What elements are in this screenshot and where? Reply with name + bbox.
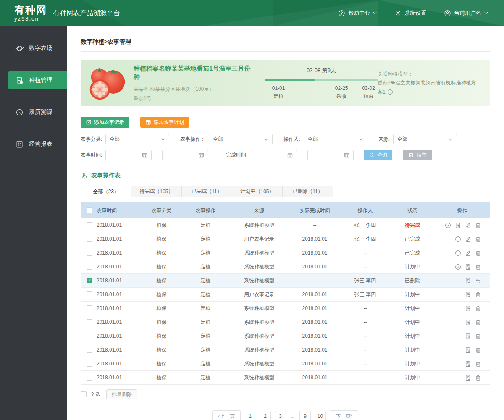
page-number-1[interactable]: 1 <box>244 411 256 420</box>
tab-label: 全部 <box>93 188 103 195</box>
batch-delete-button[interactable]: 批量删除 <box>106 389 137 399</box>
file-view-icon[interactable] <box>465 319 471 326</box>
file-view-icon[interactable] <box>465 375 471 381</box>
ellipsis-circle-icon[interactable] <box>455 250 461 256</box>
delete-icon[interactable] <box>475 250 481 256</box>
delete-icon[interactable] <box>475 222 481 228</box>
cell-source: 系统种植模型 <box>230 346 289 354</box>
row-checkbox[interactable] <box>87 333 92 339</box>
related-model: 关联种植模型： 番茄1号温室大棚河北河南省有机标准种植方案1 <box>378 70 480 97</box>
select-all-checkbox[interactable] <box>81 391 87 397</box>
header-menu-help[interactable]: 帮助中心 <box>338 9 377 17</box>
filter-select-source[interactable]: 全部 <box>393 134 457 144</box>
check-circle-icon[interactable] <box>455 264 461 270</box>
cell-status: 计划中 <box>389 346 436 354</box>
row-checkbox[interactable] <box>87 222 92 228</box>
file-view-icon[interactable] <box>465 305 471 312</box>
cell-date: 2018.01.01 <box>97 264 122 270</box>
delete-icon[interactable] <box>475 236 481 242</box>
filter-group-source: 来源:全部 <box>378 134 457 144</box>
filter-select-operator[interactable]: 全部 <box>304 134 368 144</box>
sidebar-item-trace-history[interactable]: 履历溯源 <box>0 103 67 121</box>
delete-icon[interactable] <box>475 333 481 339</box>
add-record-button[interactable]: 添加农事记录 <box>81 117 129 128</box>
work-time-end-input[interactable] <box>162 150 208 160</box>
tab-已删除[interactable]: 已删除（11） <box>282 186 333 197</box>
main-content: 数字种植>农事管理 <box>67 26 504 420</box>
cell-operator: 张三 李四 <box>341 277 389 284</box>
page-number-3[interactable]: 3 <box>275 411 286 420</box>
row-checkbox[interactable] <box>87 347 92 353</box>
trace-icon <box>15 108 24 117</box>
add-plan-button[interactable]: 添加农事计划 <box>140 117 189 128</box>
prev-page-button[interactable]: ‹上一页 <box>212 410 241 420</box>
delete-icon[interactable] <box>475 375 481 381</box>
table-row: 2018.01.01 植保 定植 系统种植模型 2018.01.01 -- 计划… <box>81 343 490 357</box>
work-time-start-input[interactable] <box>105 150 152 160</box>
edit-icon[interactable] <box>465 236 471 242</box>
row-checkbox[interactable] <box>87 291 92 297</box>
row-checkbox[interactable] <box>87 305 92 311</box>
tab-已完成[interactable]: 已完成（11） <box>181 186 232 197</box>
sidebar-item-digital-farm[interactable]: 数字农场 <box>0 39 67 58</box>
delete-icon[interactable] <box>475 347 481 353</box>
tab-全部[interactable]: 全部（23） <box>81 186 131 197</box>
app-header: 有种网 yz98.cn 有种网农产品溯源平台 帮助中心系统设置当前用户名 <box>0 0 504 26</box>
filter-group-operator: 操作人:全部 <box>284 134 367 144</box>
file-view-icon[interactable] <box>465 333 471 339</box>
cell-operator: -- <box>341 347 389 353</box>
header-menu-settings[interactable]: 系统设置 <box>394 9 426 17</box>
edit-icon[interactable] <box>465 250 471 256</box>
row-checkbox[interactable] <box>87 264 92 270</box>
page-number-2[interactable]: 2 <box>260 411 271 420</box>
filter-label: 来源: <box>378 136 390 143</box>
filter-select-category[interactable]: 全部 <box>105 134 169 144</box>
delete-icon[interactable] <box>475 319 481 326</box>
delete-icon[interactable] <box>475 291 481 298</box>
tab-待完成[interactable]: 待完成（105） <box>131 186 182 197</box>
file-view-icon[interactable] <box>465 291 471 298</box>
check-circle-icon[interactable] <box>445 222 451 228</box>
delete-icon[interactable] <box>475 264 481 270</box>
delete-icon[interactable] <box>475 361 481 367</box>
file-view-icon[interactable] <box>455 222 461 228</box>
edit-icon[interactable] <box>465 222 471 228</box>
page-number-9[interactable]: 9 <box>299 411 311 420</box>
range-separator: – <box>155 152 158 158</box>
ellipsis-circle-icon[interactable] <box>455 236 461 242</box>
table-row: 2018.01.01 植保 定植 用户农事记录 2018.01.01 张三 李四… <box>81 232 490 246</box>
row-checkbox[interactable] <box>87 250 92 256</box>
tab-paren: ） <box>168 188 173 195</box>
header-checkbox[interactable] <box>87 207 92 213</box>
next-page-button[interactable]: 下一页› <box>330 410 358 420</box>
header-menu-user[interactable]: 当前用户名 <box>444 9 488 17</box>
file-view-icon[interactable] <box>465 361 471 367</box>
milestone-label: 采收 <box>335 92 348 100</box>
file-view-icon[interactable] <box>465 264 471 270</box>
finish-time-end-input[interactable] <box>307 150 354 160</box>
query-button[interactable]: 查询 <box>364 150 392 160</box>
finish-time-label: 完成时间: <box>226 152 247 159</box>
row-checkbox[interactable] <box>87 278 92 284</box>
file-view-icon[interactable] <box>465 278 471 284</box>
milestone-date: 01-01 <box>272 84 285 92</box>
row-checkbox[interactable] <box>87 236 92 242</box>
cell-operator: -- <box>341 250 389 256</box>
more-icon[interactable] <box>387 89 393 95</box>
finish-time-start-input[interactable] <box>251 150 297 160</box>
tab-计划中[interactable]: 计划中（105） <box>232 186 283 197</box>
cell-operation: 定植 <box>181 305 230 312</box>
undo-icon[interactable] <box>475 278 481 284</box>
sidebar-item-planting-management[interactable]: 种植管理 <box>8 71 67 89</box>
clear-button[interactable]: 清空 <box>403 150 432 160</box>
file-view-icon[interactable] <box>465 347 471 353</box>
page-number-10[interactable]: 10 <box>315 411 326 420</box>
row-checkbox[interactable] <box>87 319 92 325</box>
table-row: 2018.01.01 植保 定植 用户农事记录 2018.01.01 张三 李四… <box>81 288 490 302</box>
sidebar-item-business-report[interactable]: 经营报表 <box>0 135 67 153</box>
filter-select-operation[interactable]: 全部 <box>209 134 273 144</box>
report-icon <box>15 140 24 149</box>
row-checkbox[interactable] <box>87 375 92 381</box>
row-checkbox[interactable] <box>87 361 92 367</box>
delete-icon[interactable] <box>475 305 481 312</box>
